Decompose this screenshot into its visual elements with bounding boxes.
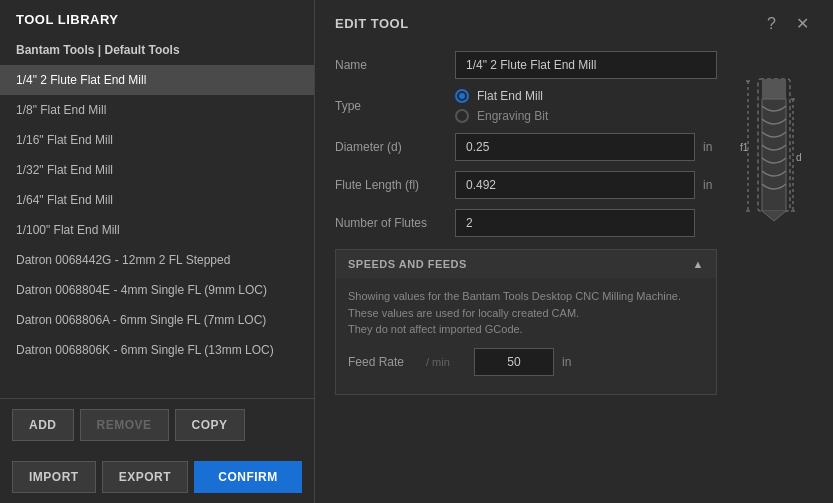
- button-row-2: IMPORT EXPORT CONFIRM: [0, 451, 314, 503]
- svg-text:f1: f1: [740, 142, 749, 153]
- confirm-button[interactable]: CONFIRM: [194, 461, 302, 493]
- feed-rate-sub-label: / min: [426, 356, 466, 368]
- svg-text:d: d: [796, 152, 802, 163]
- num-flutes-input[interactable]: [455, 209, 695, 237]
- svg-rect-5: [762, 79, 786, 99]
- speeds-feeds-header: SPEEDS AND FEEDS ▲: [336, 250, 716, 278]
- type-label: Type: [335, 99, 455, 113]
- tool-diagram: f1 d: [733, 51, 813, 395]
- add-button[interactable]: ADD: [12, 409, 74, 441]
- tool-library-title: TOOL LIBRARY: [0, 0, 314, 35]
- diameter-unit: in: [703, 140, 712, 154]
- name-input[interactable]: [455, 51, 717, 79]
- close-button[interactable]: ✕: [792, 12, 813, 35]
- tool-item[interactable]: Datron 0068442G - 12mm 2 FL Stepped: [0, 245, 314, 275]
- header-icons: ? ✕: [763, 12, 813, 35]
- tool-item[interactable]: 1/100" Flat End Mill: [0, 215, 314, 245]
- flute-length-row: Flute Length (fl) in: [335, 171, 717, 199]
- import-button[interactable]: IMPORT: [12, 461, 96, 493]
- diameter-input[interactable]: [455, 133, 695, 161]
- speeds-feeds-body: Showing values for the Bantam Tools Desk…: [336, 278, 716, 394]
- flat-end-mill-radio[interactable]: Flat End Mill: [455, 89, 548, 103]
- tool-item[interactable]: 1/16" Flat End Mill: [0, 125, 314, 155]
- speeds-feeds-title: SPEEDS AND FEEDS: [348, 258, 467, 270]
- type-radio-group: Flat End Mill Engraving Bit: [455, 89, 548, 123]
- name-row: Name: [335, 51, 717, 79]
- button-row-1: ADD REMOVE COPY: [0, 399, 314, 451]
- engraving-bit-radio[interactable]: Engraving Bit: [455, 109, 548, 123]
- num-flutes-label: Number of Flutes: [335, 216, 455, 230]
- flute-length-label: Flute Length (fl): [335, 178, 455, 192]
- tool-item[interactable]: Datron 0068806A - 6mm Single FL (7mm LOC…: [0, 305, 314, 335]
- speeds-feeds-section: SPEEDS AND FEEDS ▲ Showing values for th…: [335, 249, 717, 395]
- speeds-note: Showing values for the Bantam Tools Desk…: [348, 288, 704, 338]
- speeds-feeds-collapse-icon[interactable]: ▲: [693, 258, 704, 270]
- tool-library-panel: TOOL LIBRARY Bantam Tools | Default Tool…: [0, 0, 315, 503]
- tool-item[interactable]: 1/32" Flat End Mill: [0, 155, 314, 185]
- tool-item[interactable]: Datron 0068804E - 4mm Single FL (9mm LOC…: [0, 275, 314, 305]
- form-fields: Name Type Flat End Mill Engraving Bit: [335, 51, 717, 395]
- feed-rate-input[interactable]: [474, 348, 554, 376]
- help-button[interactable]: ?: [763, 13, 780, 35]
- tool-item[interactable]: 1/4" 2 Flute Flat End Mill: [0, 65, 314, 95]
- flute-length-input[interactable]: [455, 171, 695, 199]
- feed-rate-row: Feed Rate / min in: [348, 348, 704, 376]
- num-flutes-row: Number of Flutes: [335, 209, 717, 237]
- edit-tool-title: EDIT TOOL: [335, 16, 409, 31]
- engraving-bit-circle: [455, 109, 469, 123]
- tool-item[interactable]: Datron 0068806K - 6mm Single FL (13mm LO…: [0, 335, 314, 365]
- flat-end-mill-circle: [455, 89, 469, 103]
- svg-rect-6: [762, 99, 786, 211]
- flat-end-mill-label: Flat End Mill: [477, 89, 543, 103]
- tool-diagram-svg: f1 d: [738, 61, 808, 261]
- diameter-row: Diameter (d) in: [335, 133, 717, 161]
- remove-button[interactable]: REMOVE: [80, 409, 169, 441]
- engraving-bit-label: Engraving Bit: [477, 109, 548, 123]
- name-label: Name: [335, 58, 455, 72]
- flute-length-unit: in: [703, 178, 712, 192]
- tool-library-buttons: ADD REMOVE COPY IMPORT EXPORT CONFIRM: [0, 398, 314, 503]
- tool-category-label: Bantam Tools | Default Tools: [0, 35, 314, 65]
- edit-tool-panel: EDIT TOOL ? ✕ Name Type Flat End Mill: [315, 0, 833, 503]
- type-row: Type Flat End Mill Engraving Bit: [335, 89, 717, 123]
- feed-rate-unit: in: [562, 355, 571, 369]
- form-content: Name Type Flat End Mill Engraving Bit: [335, 51, 813, 395]
- edit-tool-header: EDIT TOOL ? ✕: [335, 12, 813, 35]
- copy-button[interactable]: COPY: [175, 409, 245, 441]
- export-button[interactable]: EXPORT: [102, 461, 188, 493]
- tool-item[interactable]: 1/8" Flat End Mill: [0, 95, 314, 125]
- tool-list: 1/4" 2 Flute Flat End Mill1/8" Flat End …: [0, 65, 314, 398]
- diameter-label: Diameter (d): [335, 140, 455, 154]
- tool-item[interactable]: 1/64" Flat End Mill: [0, 185, 314, 215]
- feed-rate-label: Feed Rate: [348, 355, 418, 369]
